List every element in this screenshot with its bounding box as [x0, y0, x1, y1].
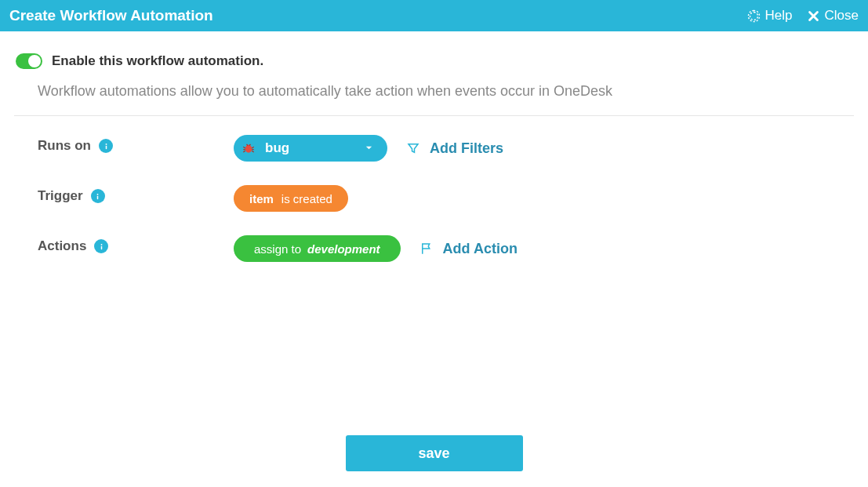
svg-point-5: [100, 243, 102, 245]
trigger-label: Trigger: [38, 188, 83, 204]
filter-icon: [406, 141, 420, 155]
dialog-title: Create Workflow Automation: [9, 7, 213, 24]
runs-on-body: bug Add Filters: [234, 135, 503, 162]
actions-label-wrap: Actions: [38, 235, 234, 254]
actions-label: Actions: [38, 238, 86, 254]
runs-on-label: Runs on: [38, 138, 91, 154]
close-label: Close: [825, 8, 859, 24]
svg-rect-1: [105, 145, 107, 149]
action-value: development: [307, 242, 380, 256]
help-label: Help: [765, 8, 793, 24]
trigger-predicate: is created: [281, 192, 332, 205]
close-button[interactable]: Close: [807, 8, 859, 24]
add-action-label: Add Action: [443, 241, 518, 257]
trigger-body: item is created: [234, 185, 348, 212]
save-button[interactable]: save: [346, 435, 523, 471]
add-filters-label: Add Filters: [430, 140, 503, 157]
chevron-down-icon: [365, 140, 373, 156]
divider: [14, 115, 854, 116]
trigger-row: Trigger item is created: [38, 185, 854, 212]
actions-body: assign to development Add Action: [234, 235, 518, 262]
description-text: Workflow automations allow you to automa…: [14, 83, 854, 100]
help-icon: [747, 9, 761, 23]
runs-on-label-wrap: Runs on: [38, 135, 234, 154]
actions-row: Actions assign to development Add Action: [38, 235, 854, 262]
svg-point-2: [245, 145, 252, 153]
flag-icon: [419, 242, 434, 256]
trigger-pill[interactable]: item is created: [234, 185, 348, 212]
close-icon: [807, 9, 820, 23]
info-icon[interactable]: [91, 189, 105, 203]
svg-point-0: [105, 143, 107, 144]
dialog-content: Enable this workflow automation. Workflo…: [0, 31, 868, 262]
bug-icon: [240, 140, 257, 157]
svg-point-3: [97, 193, 99, 194]
svg-rect-6: [101, 245, 103, 249]
config-rows: Runs on bug Add Filters: [14, 135, 854, 262]
action-pill[interactable]: assign to development: [234, 235, 401, 262]
svg-rect-4: [97, 195, 99, 199]
trigger-subject: item: [249, 192, 274, 205]
info-icon[interactable]: [99, 139, 113, 153]
enable-toggle[interactable]: [16, 53, 42, 69]
enable-label: Enable this workflow automation.: [52, 53, 263, 69]
runs-on-value: bug: [265, 140, 289, 156]
runs-on-row: Runs on bug Add Filters: [38, 135, 854, 162]
add-filters-button[interactable]: Add Filters: [406, 140, 503, 157]
action-verb: assign to: [254, 242, 301, 256]
enable-row: Enable this workflow automation.: [14, 53, 854, 69]
info-icon[interactable]: [94, 239, 108, 253]
dialog-header: Create Workflow Automation Help Close: [0, 0, 868, 31]
add-action-button[interactable]: Add Action: [419, 241, 518, 257]
runs-on-select[interactable]: bug: [234, 135, 387, 162]
header-actions: Help Close: [747, 8, 859, 24]
help-button[interactable]: Help: [747, 8, 793, 24]
trigger-label-wrap: Trigger: [38, 185, 234, 204]
dialog-footer: save: [0, 435, 868, 471]
